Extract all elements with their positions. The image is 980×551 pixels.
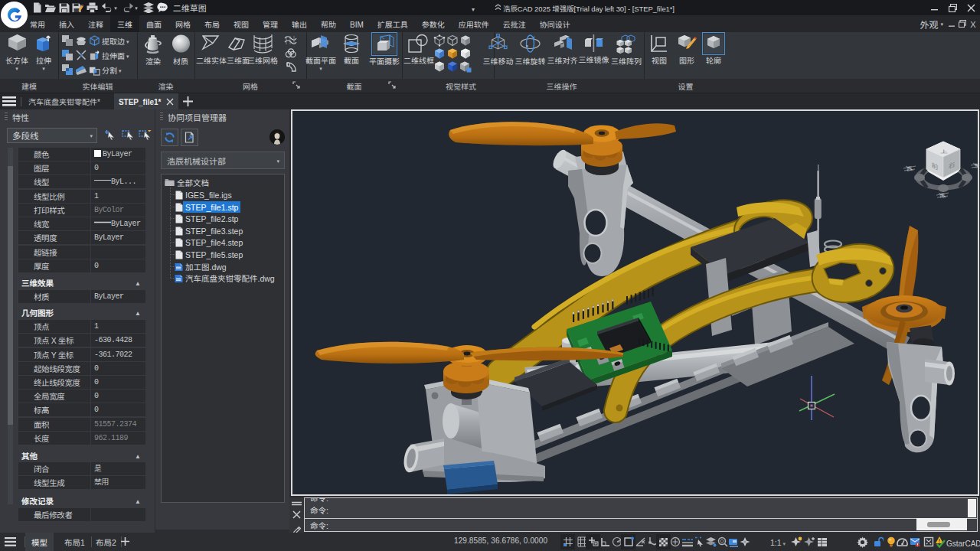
property-row-layer[interactable]: 图层0 — [18, 161, 145, 174]
property-row-length[interactable]: 长度962.1189 — [18, 432, 145, 445]
property-row-last-editor[interactable]: 最后修改者 — [18, 508, 145, 521]
layout-tab-layout2[interactable]: 布局2 — [90, 533, 122, 551]
property-row-material[interactable]: 材质ByLayer — [18, 290, 145, 303]
tab-wangge[interactable]: 网格 — [168, 15, 198, 32]
property-row-elevation[interactable]: 标高0 — [18, 403, 145, 416]
vs-conceptual-cube-icon[interactable] — [459, 47, 472, 60]
slice-wedge-button[interactable] — [75, 64, 87, 76]
ribbon-collapse-icon[interactable] — [495, 4, 501, 11]
panel-grip[interactable] — [5, 112, 8, 122]
pipe-elbow-icon[interactable] — [286, 61, 297, 73]
doc-tab-active[interactable]: STEP_file1* — [114, 93, 178, 109]
property-row-ltgen[interactable]: 线型生成禁用 — [18, 476, 145, 489]
tab-guanli[interactable]: 管理 — [256, 15, 285, 32]
split-button[interactable]: 分割▾ — [89, 64, 122, 76]
property-row-area[interactable]: 面积51557.2374 — [18, 418, 145, 431]
command-vscrollbar[interactable] — [968, 499, 976, 517]
tab-yingyong[interactable]: 应用软件 — [452, 15, 496, 32]
section-plane-button[interactable]: 截面平面▾ — [305, 34, 337, 71]
section-dialog-launcher[interactable] — [388, 81, 397, 90]
tab-xietong[interactable]: 协同设计 — [533, 15, 577, 32]
property-row-transparency[interactable]: 透明度ByLayer — [18, 231, 145, 244]
doc-tab-inactive[interactable]: 汽车底盘夹钳零配件* — [24, 93, 105, 109]
tab-bim[interactable]: BIM — [343, 15, 371, 32]
close-button[interactable] — [965, 2, 977, 13]
annotation-scale-value[interactable]: 1:1 ▾ — [770, 536, 786, 548]
vs-wireframe-cube-icon[interactable] — [433, 34, 446, 47]
quick-properties-toggle[interactable] — [815, 534, 829, 549]
scrollbar-thumb[interactable] — [8, 166, 13, 425]
command-close-icon[interactable] — [292, 510, 301, 519]
new-doc-tab-button[interactable] — [178, 93, 198, 109]
tree-file-step5[interactable]: STEP_file5.step — [162, 249, 284, 260]
viewcube-cube[interactable]: 上 前 右 — [926, 142, 960, 181]
sheet-set-button[interactable] — [141, 1, 155, 15]
tab-kuozhan[interactable]: 扩展工具 — [371, 15, 415, 32]
mesh-refine-icon[interactable] — [285, 48, 297, 59]
doc-close-button[interactable]: X — [968, 15, 978, 32]
redo-dropdown[interactable]: ▾ — [135, 1, 141, 15]
restore-button[interactable] — [947, 2, 959, 13]
chat-button[interactable] — [156, 1, 170, 15]
array3d-button[interactable]: 三维阵列 — [610, 34, 642, 65]
material-button[interactable]: 材质 — [168, 34, 193, 65]
undo-button[interactable] — [100, 1, 114, 15]
gstarcad-logo[interactable] — [1, 2, 28, 28]
vs-xray-cube-icon[interactable] — [433, 47, 446, 60]
tab-shitu[interactable]: 视图 — [227, 15, 256, 32]
hscrollbar-thumb[interactable] — [927, 522, 950, 527]
tab-bangzhu[interactable]: 帮助 — [314, 15, 343, 32]
tab-charu[interactable]: 插入 — [52, 15, 81, 32]
doc-menu-hamburger[interactable] — [0, 93, 18, 109]
align3d-button[interactable]: 三维对齐 — [547, 34, 578, 64]
property-row-global-width[interactable]: 全局宽度0 — [18, 390, 145, 403]
tab-canshuhua[interactable]: 参数化 — [415, 15, 452, 32]
mesh-dialog-launcher[interactable] — [292, 81, 301, 90]
drawing-viewport[interactable]: 上 前 右 西 东 南 — [291, 109, 979, 496]
flatshot-button[interactable]: 平面摄影 — [369, 34, 400, 65]
department-dropdown[interactable]: 浩辰机械设计部▾ — [161, 152, 285, 169]
section-geometry[interactable]: 几何图形▲ — [18, 306, 145, 319]
property-row-vertex[interactable]: 顶点1 — [18, 320, 145, 333]
collapse-arrow-icon[interactable]: ▲ — [135, 306, 141, 319]
new-layout-button[interactable] — [121, 537, 129, 546]
object-type-dropdown[interactable]: 多段线▾ — [7, 128, 97, 143]
property-row-vertex-y[interactable]: 顶点 Y 坐标-361.7022 — [18, 348, 145, 361]
section-other[interactable]: 其他▲ — [18, 449, 145, 462]
quick-select-button[interactable] — [137, 128, 153, 144]
command-drag-handle[interactable] — [292, 501, 302, 507]
section-history[interactable]: 修改记录▲ — [18, 494, 145, 507]
union-button[interactable] — [61, 34, 74, 47]
tab-qumian[interactable]: 曲面 — [139, 15, 168, 32]
properties-scrollbar[interactable] — [8, 148, 13, 504]
mirror3d-button[interactable]: 三维镜像 — [578, 34, 609, 64]
status-menu-hamburger[interactable] — [5, 537, 16, 546]
view-settings-button[interactable]: 视图 — [644, 34, 675, 64]
extract-edge-button[interactable]: 提取边▾ — [89, 35, 129, 47]
export-doc-button[interactable] — [181, 129, 198, 146]
property-row-start-width[interactable]: 起始线段宽度0 — [18, 362, 145, 375]
tab-shuchu[interactable]: 输出 — [285, 15, 314, 32]
section-button[interactable]: 截面 — [340, 34, 363, 64]
sync-button[interactable] — [161, 129, 178, 146]
tree-file-qiche-dwg[interactable]: 汽车底盘夹钳零配件.dwg — [162, 272, 284, 284]
ribbon-extrude-button[interactable]: 拉伸▾ — [31, 34, 57, 71]
tab-zhushi[interactable]: 注释 — [81, 15, 110, 32]
tree-file-step1[interactable]: STEP_file1.stp — [162, 201, 284, 213]
tab-changyong[interactable]: 常用 — [23, 15, 52, 32]
panel-grip[interactable] — [160, 112, 163, 122]
toggle-pickadd-button[interactable] — [103, 128, 119, 144]
collapse-arrow-icon[interactable]: ▲ — [135, 449, 141, 462]
property-row-closed[interactable]: 闭合是 — [18, 462, 145, 475]
property-row-ltscale[interactable]: 线型比例1 — [18, 190, 145, 203]
property-row-linetype[interactable]: 线型ByL... — [18, 175, 145, 188]
save-as-button[interactable] — [71, 1, 86, 15]
property-row-thickness[interactable]: 厚度0 — [18, 259, 145, 272]
collapse-arrow-icon[interactable]: ▲ — [135, 276, 141, 289]
vs-custom-cube-icon[interactable] — [459, 60, 472, 73]
plot-button[interactable] — [86, 1, 100, 15]
property-row-vertex-x[interactable]: 顶点 X 坐标-630.4428 — [18, 334, 145, 347]
layout-tab-model[interactable]: 模型 — [25, 533, 54, 551]
save-button[interactable] — [57, 1, 70, 15]
ribbon-box-button[interactable]: 长方体▾ — [3, 34, 31, 71]
